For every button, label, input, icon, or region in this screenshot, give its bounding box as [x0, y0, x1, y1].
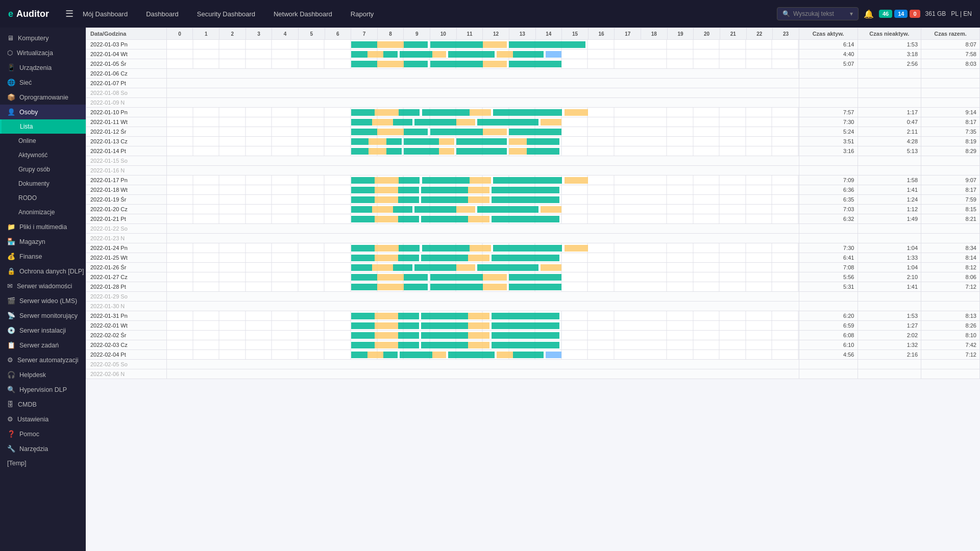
sidebar-item-lista[interactable]: Lista [0, 119, 86, 134]
badge-blue[interactable]: 14 [894, 10, 908, 18]
bell-icon[interactable]: 🔔 [864, 9, 874, 19]
sidebar-item-wirtualizacja[interactable]: ⬡Wirtualizacja [0, 45, 86, 60]
sidebar-item-grupy-osob[interactable]: Grupy osób [0, 162, 86, 177]
table-row: 2022-01-19 Śr6:351:247:59 [86, 195, 980, 205]
cell-inactive-24: 2:10 [857, 272, 921, 282]
cell-inactive-23: 1:04 [857, 263, 921, 272]
sidebar-item-online[interactable]: Online [0, 134, 86, 148]
cell-date-3: 2022-01-06 Cz [86, 69, 167, 79]
sidebar-label-siec: Sieć [19, 79, 32, 86]
nav-link-raporty[interactable]: Raporty [341, 0, 383, 28]
search-icon: 🔍 [782, 10, 790, 17]
cell-timeline-23 [166, 263, 799, 272]
cell-date-22: 2022-01-25 Wt [86, 253, 167, 263]
sidebar-item-pomoc[interactable]: ❓Pomoc [0, 427, 86, 441]
cell-inactive-4 [857, 79, 921, 88]
sidebar-item-ustawienia[interactable]: ⚙Ustawienia [0, 412, 86, 427]
nav-link-security-dashboard[interactable]: Security Dashboard [188, 0, 264, 28]
cell-total-26 [921, 292, 980, 302]
sidebar-item-oprogramowanie[interactable]: 📦Oprogramowanie [0, 90, 86, 105]
table-row: 2022-01-31 Pn6:201:538:13 [86, 311, 980, 321]
cell-timeline-10 [166, 137, 799, 146]
badge-teal[interactable]: 46 [879, 10, 892, 18]
table-row: 2022-01-25 Wt6:411:338:14 [86, 253, 980, 263]
sidebar-item-ochrona-danych[interactable]: 🔒Ochrona danych [DLP] [0, 264, 86, 279]
sidebar-item-narzedzia[interactable]: 🔧Narzędzia [0, 441, 86, 456]
sidebar-item-serwer-zadan[interactable]: 📋Serwer zadań [0, 338, 86, 353]
cell-timeline-2 [166, 59, 799, 69]
cell-date-11: 2022-01-14 Pt [86, 146, 167, 156]
cell-active-11: 3:16 [799, 146, 857, 156]
sidebar-item-osoby[interactable]: 👤Osoby [0, 105, 86, 119]
table-row: 2022-01-30 N [86, 302, 980, 311]
cell-active-13 [799, 166, 857, 176]
sidebar-item-temp[interactable]: [Temp] [0, 456, 86, 470]
cell-inactive-18: 1:49 [857, 214, 921, 224]
sidebar-item-serwer-wiadomosci[interactable]: ✉Serwer wiadomości [0, 279, 86, 293]
badge-red[interactable]: 0 [910, 10, 920, 18]
cell-date-27: 2022-01-30 N [86, 302, 167, 311]
cell-date-6: 2022-01-09 N [86, 98, 167, 108]
nav-link-moj-dashboard[interactable]: Mój Dashboard [74, 0, 137, 28]
cell-timeline-22 [166, 253, 799, 263]
sidebar-item-magazyn[interactable]: 🏪Magazyn [0, 234, 86, 249]
cell-timeline-14 [166, 176, 799, 185]
cell-active-3 [799, 69, 857, 79]
cell-total-18: 8:21 [921, 214, 980, 224]
sidebar-item-serwer-monitorujacy[interactable]: 📡Serwer monitorujący [0, 308, 86, 323]
sidebar-label-oprogramowanie: Oprogramowanie [19, 94, 68, 101]
cell-date-0: 2022-01-03 Pn [86, 40, 167, 49]
sidebar-item-anonimizacje[interactable]: Anonimizacje [0, 205, 86, 219]
cell-inactive-30: 2:02 [857, 331, 921, 340]
language-selector[interactable]: PL | EN [951, 10, 972, 17]
cell-inactive-11: 5:13 [857, 146, 921, 156]
sidebar-item-hypervision-dlp[interactable]: 🔍Hypervision DLP [0, 382, 86, 397]
th-hour-2: 2 [219, 28, 246, 40]
sidebar-item-siec[interactable]: 🌐Sieć [0, 75, 86, 90]
sidebar-item-serwer-automatyzacji[interactable]: ⚙Serwer automatyzacji [0, 353, 86, 367]
sidebar-item-aktywnosc[interactable]: Aktywność [0, 148, 86, 162]
sidebar-icon-helpdesk: 🎧 [7, 371, 15, 379]
sidebar-item-komputery[interactable]: 🖥Komputery [0, 31, 86, 45]
cell-timeline-5 [166, 88, 799, 98]
cell-timeline-8 [166, 117, 799, 127]
cell-total-12 [921, 156, 980, 166]
sidebar-item-dokumenty[interactable]: Dokumenty [0, 177, 86, 191]
table-row: 2022-01-10 Pn7:571:179:14 [86, 108, 980, 117]
cell-date-2: 2022-01-05 Śr [86, 59, 167, 69]
sidebar-item-serwer-instalacji[interactable]: 💿Serwer instalacji [0, 323, 86, 338]
cell-active-26 [799, 292, 857, 302]
nav-link-network-dashboard[interactable]: Network Dashboard [264, 0, 341, 28]
cell-timeline-27 [166, 302, 799, 311]
sidebar-icon-komputery: 🖥 [7, 34, 14, 42]
sidebar-icon-pliki-i-multimedia: 📁 [7, 223, 15, 231]
nav-link-dashboard[interactable]: Dashboard [137, 0, 188, 28]
sidebar-item-cmdb[interactable]: 🗄CMDB [0, 397, 86, 412]
sidebar-item-helpdesk[interactable]: 🎧Helpdesk [0, 367, 86, 382]
cell-date-29: 2022-02-01 Wt [86, 321, 167, 331]
cell-inactive-9: 2:11 [857, 127, 921, 137]
activity-table: Data/Godzina0123456789101112131415161718… [86, 28, 980, 379]
cell-total-30: 8:10 [921, 331, 980, 340]
th-hour-20: 20 [694, 28, 720, 40]
sidebar-item-rodo[interactable]: RODO [0, 191, 86, 205]
sidebar-item-finanse[interactable]: 💰Finanse [0, 249, 86, 264]
cell-active-12 [799, 156, 857, 166]
main-layout: 🖥Komputery⬡Wirtualizacja📱Urządzenia🌐Sieć… [0, 28, 980, 551]
sidebar-item-pliki-i-multimedia[interactable]: 📁Pliki i multimedia [0, 219, 86, 234]
sidebar-item-urzadzenia[interactable]: 📱Urządzenia [0, 60, 86, 75]
sidebar-label-magazyn: Magazyn [19, 238, 45, 245]
cell-inactive-7: 1:17 [857, 108, 921, 117]
cell-timeline-17 [166, 205, 799, 214]
hamburger-icon[interactable]: ☰ [65, 8, 74, 19]
sidebar-icon-ochrona-danych: 🔒 [7, 267, 15, 275]
cell-timeline-12 [166, 156, 799, 166]
table-row: 2022-01-27 Cz5:562:108:06 [86, 272, 980, 282]
cell-active-21: 7:30 [799, 243, 857, 253]
search-dropdown-icon: ▾ [850, 10, 853, 17]
cell-inactive-22: 1:33 [857, 253, 921, 263]
sidebar-item-serwer-wideo[interactable]: 🎬Serwer wideo (LMS) [0, 293, 86, 308]
cell-inactive-17: 1:12 [857, 205, 921, 214]
cell-active-18: 6:32 [799, 214, 857, 224]
search-box[interactable]: 🔍 Wyszukaj tekst ▾ [777, 7, 859, 20]
